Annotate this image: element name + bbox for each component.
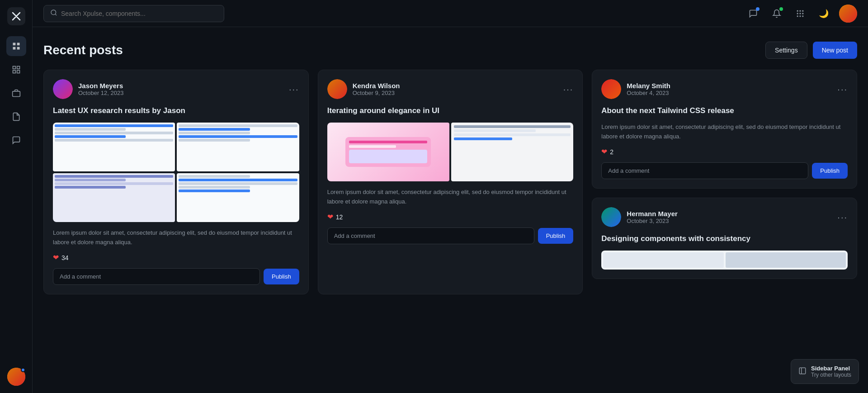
chat-notification-badge — [756, 7, 760, 11]
svg-point-12 — [802, 13, 803, 14]
post-author-1: Jason Meyers October 12, 2023 — [53, 79, 123, 99]
svg-rect-16 — [799, 368, 806, 374]
author-name-1: Jason Meyers — [78, 82, 123, 90]
topbar: 🌙 — [33, 0, 868, 27]
author-date-4: October 3, 2023 — [627, 218, 678, 224]
author-avatar-2 — [327, 79, 347, 99]
author-name-3: Melany Smith — [627, 82, 670, 90]
author-info-1: Jason Meyers October 12, 2023 — [78, 82, 123, 96]
bell-icon[interactable] — [769, 5, 785, 22]
publish-button-2[interactable]: Publish — [538, 228, 574, 244]
search-icon — [50, 9, 57, 18]
post-likes-1: ❤ 34 — [53, 253, 299, 262]
post-title-1: Latest UX research results by Jason — [53, 105, 299, 116]
left-nav — [0, 0, 33, 393]
svg-point-8 — [799, 10, 801, 11]
svg-point-9 — [802, 10, 803, 11]
nav-notification-dot — [21, 368, 25, 372]
publish-button-3[interactable]: Publish — [812, 163, 848, 179]
new-post-button[interactable]: New post — [813, 42, 857, 59]
publish-button-1[interactable]: Publish — [264, 269, 299, 284]
user-avatar-topbar[interactable] — [839, 5, 857, 23]
right-column: Melany Smith October 4, 2023 ··· About t… — [592, 70, 857, 294]
svg-rect-1 — [17, 66, 19, 69]
post-card-4: Hermann Mayer October 3, 2023 ··· Design… — [592, 198, 857, 279]
sidebar-panel-tooltip[interactable]: Sidebar Panel Try other layouts — [791, 359, 859, 384]
post-likes-3: ❤ 2 — [601, 147, 848, 156]
bell-notification-badge — [779, 7, 783, 11]
post-title-4: Designing components with consistency — [601, 233, 848, 244]
nav-item-dashboard[interactable] — [6, 36, 26, 56]
heart-icon-3: ❤ — [601, 147, 607, 156]
settings-button[interactable]: Settings — [765, 42, 807, 59]
author-name-4: Hermann Mayer — [627, 210, 678, 218]
post-excerpt-3: Lorem ipsum dolor sit amet, consectetur … — [601, 123, 848, 142]
nav-item-file[interactable] — [6, 107, 26, 127]
author-date-3: October 4, 2023 — [627, 90, 670, 96]
post-image-2a — [327, 123, 449, 181]
post-menu-3[interactable]: ··· — [837, 84, 848, 95]
nav-item-briefcase[interactable] — [6, 83, 26, 103]
post-image-1c — [53, 173, 175, 222]
theme-toggle[interactable]: 🌙 — [816, 5, 832, 22]
author-name-2: Kendra Wilson — [353, 82, 400, 90]
main-area: 🌙 Recent posts Settings New post — [33, 0, 868, 393]
post-header-1: Jason Meyers October 12, 2023 ··· — [53, 79, 299, 99]
svg-rect-2 — [13, 71, 15, 73]
search-input[interactable] — [61, 10, 217, 17]
post-comment-row-3: Publish — [601, 162, 848, 179]
apps-icon[interactable] — [792, 5, 808, 22]
post-author-4: Hermann Mayer October 3, 2023 — [601, 207, 678, 227]
comment-input-1[interactable] — [53, 268, 260, 285]
nav-item-chat[interactable] — [6, 130, 26, 150]
post-comment-row-1: Publish — [53, 268, 299, 285]
post-header-4: Hermann Mayer October 3, 2023 ··· — [601, 207, 848, 227]
post-image-2b — [451, 123, 573, 181]
nav-item-grid[interactable] — [6, 60, 26, 80]
sidebar-panel-sub-text: Try other layouts — [811, 372, 851, 378]
chat-icon[interactable] — [745, 5, 761, 22]
post-images-1 — [53, 123, 299, 222]
post-image-1a — [53, 123, 175, 171]
post-comment-row-2: Publish — [327, 227, 574, 244]
sidebar-panel-main-text: Sidebar Panel — [811, 365, 851, 372]
post-excerpt-1: Lorem ipsum dolor sit amet, consectetur … — [53, 228, 299, 247]
author-info-4: Hermann Mayer October 3, 2023 — [627, 210, 678, 224]
post-image-1d — [177, 173, 299, 222]
page-title: Recent posts — [43, 43, 123, 57]
post-menu-1[interactable]: ··· — [289, 84, 299, 95]
post-excerpt-2: Lorem ipsum dolor sit amet, consectetur … — [327, 188, 574, 207]
svg-point-14 — [799, 15, 801, 17]
svg-point-10 — [797, 13, 798, 14]
likes-count-2: 12 — [336, 213, 343, 221]
likes-count-1: 34 — [61, 254, 69, 261]
author-avatar-1 — [53, 79, 73, 99]
svg-rect-3 — [17, 71, 19, 73]
post-card-2: Kendra Wilson October 9, 2023 ··· Iterat… — [318, 70, 583, 294]
topbar-right: 🌙 — [745, 5, 857, 23]
sidebar-panel-text: Sidebar Panel Try other layouts — [811, 365, 851, 378]
author-date-2: October 9, 2023 — [353, 90, 400, 96]
author-info-3: Melany Smith October 4, 2023 — [627, 82, 670, 96]
search-bar[interactable] — [43, 5, 224, 22]
app-logo[interactable] — [7, 7, 25, 25]
svg-point-11 — [799, 13, 801, 14]
svg-point-5 — [51, 10, 56, 15]
post-card-1: Jason Meyers October 12, 2023 ··· Latest… — [43, 70, 309, 294]
post-menu-4[interactable]: ··· — [837, 212, 848, 223]
page-header: Recent posts Settings New post — [43, 42, 857, 59]
post-header-2: Kendra Wilson October 9, 2023 ··· — [327, 79, 574, 99]
post-menu-2[interactable]: ··· — [563, 84, 574, 95]
svg-point-13 — [797, 15, 798, 17]
author-avatar-3 — [601, 79, 621, 99]
post-author-3: Melany Smith October 4, 2023 — [601, 79, 670, 99]
post-title-2: Iterating around elegance in UI — [327, 105, 574, 116]
post-title-3: About the next Tailwind CSS release — [601, 105, 848, 116]
comment-input-3[interactable] — [601, 162, 808, 179]
comment-input-2[interactable] — [327, 227, 534, 244]
post-header-3: Melany Smith October 4, 2023 ··· — [601, 79, 848, 99]
user-avatar-nav[interactable] — [7, 368, 25, 386]
content-area: Recent posts Settings New post Jason Mey… — [33, 27, 868, 393]
post-card-3: Melany Smith October 4, 2023 ··· About t… — [592, 70, 857, 189]
author-avatar-4 — [601, 207, 621, 227]
